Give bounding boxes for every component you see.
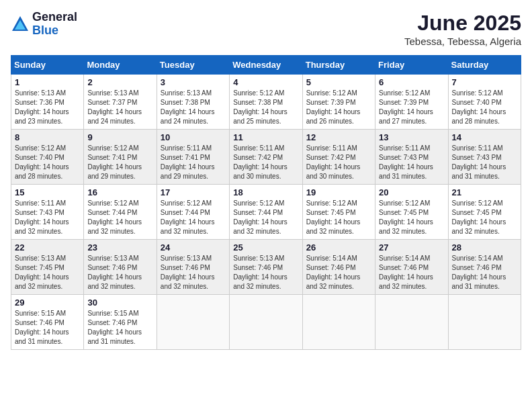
day-number: 13 — [379, 132, 444, 142]
day-number: 20 — [379, 187, 444, 197]
day-number: 10 — [161, 132, 226, 142]
calendar-cell: 25Sunrise: 5:13 AMSunset: 7:46 PMDayligh… — [230, 240, 302, 295]
logo: General Blue — [11, 11, 77, 38]
day-number: 28 — [452, 242, 517, 253]
day-number: 24 — [161, 242, 226, 253]
day-info: Sunrise: 5:15 AMSunset: 7:46 PMDaylight:… — [15, 309, 80, 347]
month-title: June 2025 — [404, 11, 521, 36]
week-row-5: 29Sunrise: 5:15 AMSunset: 7:46 PMDayligh… — [11, 295, 521, 350]
calendar-cell: 30Sunrise: 5:15 AMSunset: 7:46 PMDayligh… — [84, 295, 157, 350]
calendar-cell: 5Sunrise: 5:12 AMSunset: 7:39 PMDaylight… — [302, 75, 375, 130]
calendar-cell: 21Sunrise: 5:12 AMSunset: 7:45 PMDayligh… — [448, 185, 521, 240]
calendar-cell: 11Sunrise: 5:11 AMSunset: 7:42 PMDayligh… — [230, 130, 302, 185]
calendar-cell: 20Sunrise: 5:12 AMSunset: 7:45 PMDayligh… — [375, 185, 448, 240]
header-wednesday: Wednesday — [230, 56, 302, 75]
day-number: 5 — [306, 77, 371, 87]
calendar-cell — [230, 295, 302, 350]
calendar-cell: 28Sunrise: 5:14 AMSunset: 7:46 PMDayligh… — [448, 240, 521, 295]
day-info: Sunrise: 5:12 AMSunset: 7:44 PMDaylight:… — [161, 199, 226, 236]
calendar-cell: 2Sunrise: 5:13 AMSunset: 7:37 PMDaylight… — [84, 75, 157, 130]
calendar-cell — [375, 295, 448, 350]
logo-blue: Blue — [32, 24, 77, 38]
header-tuesday: Tuesday — [157, 56, 229, 75]
day-info: Sunrise: 5:14 AMSunset: 7:46 PMDaylight:… — [452, 254, 517, 291]
day-info: Sunrise: 5:15 AMSunset: 7:46 PMDaylight:… — [87, 309, 152, 347]
calendar-cell — [302, 295, 375, 350]
day-info: Sunrise: 5:12 AMSunset: 7:44 PMDaylight:… — [233, 199, 298, 236]
day-number: 19 — [306, 187, 371, 197]
logo-text: General Blue — [32, 11, 77, 38]
calendar-cell: 15Sunrise: 5:11 AMSunset: 7:43 PMDayligh… — [11, 185, 84, 240]
calendar-cell — [157, 295, 229, 350]
calendar-cell: 3Sunrise: 5:13 AMSunset: 7:38 PMDaylight… — [157, 75, 229, 130]
calendar-cell: 8Sunrise: 5:12 AMSunset: 7:40 PMDaylight… — [11, 130, 84, 185]
week-row-2: 8Sunrise: 5:12 AMSunset: 7:40 PMDaylight… — [11, 130, 521, 185]
day-info: Sunrise: 5:11 AMSunset: 7:42 PMDaylight:… — [233, 144, 298, 181]
day-info: Sunrise: 5:13 AMSunset: 7:38 PMDaylight:… — [161, 89, 226, 126]
day-number: 25 — [233, 242, 298, 253]
calendar-cell: 29Sunrise: 5:15 AMSunset: 7:46 PMDayligh… — [11, 295, 84, 350]
calendar-cell: 24Sunrise: 5:13 AMSunset: 7:46 PMDayligh… — [157, 240, 229, 295]
day-info: Sunrise: 5:12 AMSunset: 7:40 PMDaylight:… — [452, 89, 517, 126]
header-monday: Monday — [84, 56, 157, 75]
day-info: Sunrise: 5:13 AMSunset: 7:46 PMDaylight:… — [233, 254, 298, 291]
calendar-cell: 10Sunrise: 5:11 AMSunset: 7:41 PMDayligh… — [157, 130, 229, 185]
calendar-cell: 16Sunrise: 5:12 AMSunset: 7:44 PMDayligh… — [84, 185, 157, 240]
day-number: 6 — [379, 77, 444, 87]
day-number: 15 — [15, 187, 80, 197]
day-number: 22 — [15, 242, 80, 253]
day-info: Sunrise: 5:14 AMSunset: 7:46 PMDaylight:… — [306, 254, 371, 291]
day-info: Sunrise: 5:13 AMSunset: 7:45 PMDaylight:… — [15, 254, 80, 291]
day-info: Sunrise: 5:12 AMSunset: 7:45 PMDaylight:… — [306, 199, 371, 236]
header-friday: Friday — [375, 56, 448, 75]
header-thursday: Thursday — [302, 56, 375, 75]
day-info: Sunrise: 5:12 AMSunset: 7:38 PMDaylight:… — [233, 89, 298, 126]
day-info: Sunrise: 5:13 AMSunset: 7:37 PMDaylight:… — [87, 89, 152, 126]
week-row-4: 22Sunrise: 5:13 AMSunset: 7:45 PMDayligh… — [11, 240, 521, 295]
day-number: 12 — [306, 132, 371, 142]
header-row: SundayMondayTuesdayWednesdayThursdayFrid… — [11, 56, 521, 75]
day-info: Sunrise: 5:12 AMSunset: 7:39 PMDaylight:… — [306, 89, 371, 126]
week-row-1: 1Sunrise: 5:13 AMSunset: 7:36 PMDaylight… — [11, 75, 521, 130]
day-number: 21 — [452, 187, 517, 197]
day-info: Sunrise: 5:11 AMSunset: 7:43 PMDaylight:… — [452, 144, 517, 181]
day-number: 7 — [452, 77, 517, 87]
calendar-cell: 17Sunrise: 5:12 AMSunset: 7:44 PMDayligh… — [157, 185, 229, 240]
day-number: 27 — [379, 242, 444, 253]
day-number: 9 — [87, 132, 152, 142]
day-number: 14 — [452, 132, 517, 142]
calendar-cell: 9Sunrise: 5:12 AMSunset: 7:41 PMDaylight… — [84, 130, 157, 185]
logo-general: General — [32, 11, 77, 24]
calendar-cell: 6Sunrise: 5:12 AMSunset: 7:39 PMDaylight… — [375, 75, 448, 130]
page-header: General Blue June 2025 Tebessa, Tebessa,… — [11, 11, 521, 47]
calendar-cell: 13Sunrise: 5:11 AMSunset: 7:43 PMDayligh… — [375, 130, 448, 185]
day-info: Sunrise: 5:12 AMSunset: 7:44 PMDaylight:… — [87, 199, 152, 236]
day-number: 23 — [87, 242, 152, 253]
calendar-table: SundayMondayTuesdayWednesdayThursdayFrid… — [11, 55, 521, 350]
calendar-cell: 19Sunrise: 5:12 AMSunset: 7:45 PMDayligh… — [302, 185, 375, 240]
day-info: Sunrise: 5:12 AMSunset: 7:45 PMDaylight:… — [452, 199, 517, 236]
day-info: Sunrise: 5:14 AMSunset: 7:46 PMDaylight:… — [379, 254, 444, 291]
calendar-cell: 26Sunrise: 5:14 AMSunset: 7:46 PMDayligh… — [302, 240, 375, 295]
week-row-3: 15Sunrise: 5:11 AMSunset: 7:43 PMDayligh… — [11, 185, 521, 240]
day-info: Sunrise: 5:13 AMSunset: 7:36 PMDaylight:… — [15, 89, 80, 126]
day-info: Sunrise: 5:11 AMSunset: 7:41 PMDaylight:… — [161, 144, 226, 181]
day-number: 18 — [233, 187, 298, 197]
day-info: Sunrise: 5:12 AMSunset: 7:45 PMDaylight:… — [379, 199, 444, 236]
calendar-cell: 18Sunrise: 5:12 AMSunset: 7:44 PMDayligh… — [230, 185, 302, 240]
day-number: 26 — [306, 242, 371, 253]
day-number: 29 — [15, 298, 80, 308]
calendar-cell: 4Sunrise: 5:12 AMSunset: 7:38 PMDaylight… — [230, 75, 302, 130]
title-section: June 2025 Tebessa, Tebessa, Algeria — [404, 11, 521, 47]
day-info: Sunrise: 5:11 AMSunset: 7:43 PMDaylight:… — [379, 144, 444, 181]
header-sunday: Sunday — [11, 56, 84, 75]
day-info: Sunrise: 5:12 AMSunset: 7:41 PMDaylight:… — [87, 144, 152, 181]
day-info: Sunrise: 5:13 AMSunset: 7:46 PMDaylight:… — [87, 254, 152, 291]
day-info: Sunrise: 5:11 AMSunset: 7:42 PMDaylight:… — [306, 144, 371, 181]
day-number: 11 — [233, 132, 298, 142]
day-number: 4 — [233, 77, 298, 87]
day-number: 8 — [15, 132, 80, 142]
calendar-cell: 22Sunrise: 5:13 AMSunset: 7:45 PMDayligh… — [11, 240, 84, 295]
day-info: Sunrise: 5:12 AMSunset: 7:40 PMDaylight:… — [15, 144, 80, 181]
day-info: Sunrise: 5:13 AMSunset: 7:46 PMDaylight:… — [161, 254, 226, 291]
